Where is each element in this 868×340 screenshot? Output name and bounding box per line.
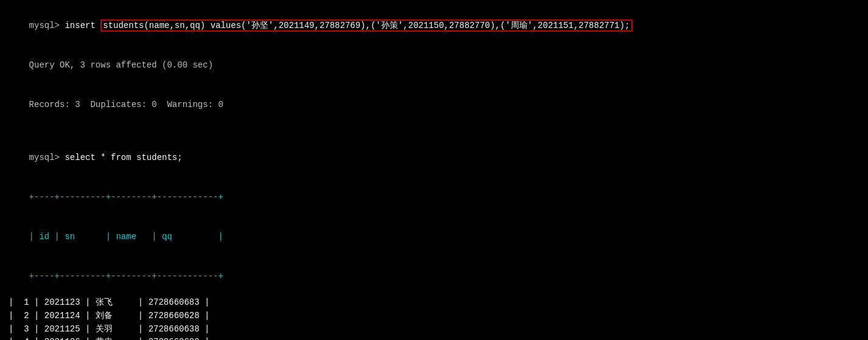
header-text: | id | sn | name | qq | — [29, 232, 223, 241]
records-line: Records: 3 Duplicates: 0 Warnings: 0 — [9, 85, 859, 125]
query-ok-text: Query OK, 3 rows affected (0.00 sec) — [29, 60, 213, 70]
table-row: | 4 | 2021126 | 黄忠 | 2729660680 | — [9, 336, 859, 340]
sep-header-text: +----+---------+--------+------------+ — [29, 271, 223, 281]
insert-line: mysql> insert students(name,sn,qq) value… — [9, 6, 859, 46]
select-cmd: select * from students; — [65, 153, 182, 162]
prompt2: mysql> — [29, 153, 65, 162]
table-header-row: | id | sn | name | qq | — [9, 217, 859, 257]
sep-header: +----+---------+--------+------------+ — [9, 257, 859, 296]
terminal: mysql> insert students(name,sn,qq) value… — [9, 6, 859, 340]
table-row: | 2 | 2021124 | 刘备 | 2728660628 | — [9, 310, 859, 323]
select-line: mysql> select * from students; — [9, 138, 859, 178]
blank-line — [9, 125, 859, 138]
query-ok-line: Query OK, 3 rows affected (0.00 sec) — [9, 46, 859, 85]
table-row: | 3 | 2021125 | 关羽 | 2728660638 | — [9, 323, 859, 336]
insert-highlight: students(name,sn,qq) values('孙坚',2021149… — [100, 19, 632, 32]
table-body: | 1 | 2021123 | 张飞 | 2728660683 || 2 | 2… — [9, 296, 859, 340]
table-row: | 1 | 2021123 | 张飞 | 2728660683 | — [9, 296, 859, 310]
records-text: Records: 3 Duplicates: 0 Warnings: 0 — [29, 100, 223, 109]
insert-args: students(name,sn,qq) values('孙坚',2021149… — [103, 21, 629, 30]
sep-top-text: +----+---------+--------+------------+ — [29, 192, 223, 202]
insert-keyword: insert — [65, 21, 100, 30]
prompt1: mysql> — [29, 21, 65, 30]
sep-top: +----+---------+--------+------------+ — [9, 178, 859, 217]
